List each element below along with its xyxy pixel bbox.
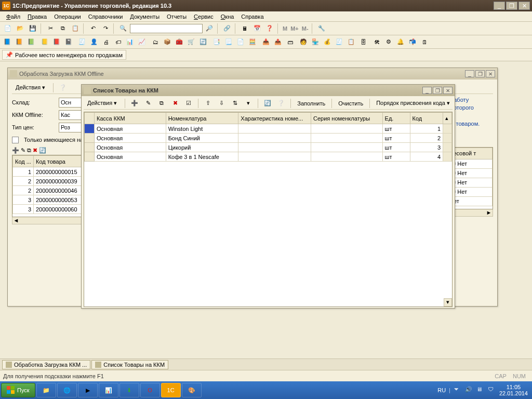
tb-icon[interactable]: 🏷 (113, 37, 123, 47)
menu-references[interactable]: Справочники (85, 12, 126, 21)
goods-grid[interactable]: Касса ККМ Номенклатура Характеристика но… (84, 112, 453, 307)
mem-clear[interactable]: M (282, 25, 288, 32)
tb-icon[interactable]: 📓 (63, 37, 74, 47)
open-icon[interactable]: 📂 (15, 23, 26, 34)
min-button[interactable]: _ (422, 87, 432, 94)
col-prodcode[interactable]: Код товара (34, 156, 84, 167)
tb-icon[interactable]: 🧾 (77, 37, 87, 47)
wrench-icon[interactable]: 🔧 (316, 23, 327, 34)
tb-icon[interactable]: 🏪 (310, 37, 321, 47)
tb-icon[interactable]: 📃 (223, 37, 234, 47)
col-series[interactable]: Серия номенклатуры (311, 113, 383, 124)
tb-icon[interactable]: 📤 (273, 37, 283, 47)
table-row[interactable]: 22000000000046 (13, 186, 84, 195)
minimize-button[interactable]: _ (494, 2, 505, 10)
links-icon[interactable]: 🔗 (221, 23, 233, 34)
tb-icon[interactable]: 📊 (125, 37, 135, 47)
table-row[interactable]: ОсновнаяКофе 3 в 1 Nescafeшт4 (85, 152, 452, 162)
1c-icon[interactable]: 1C (161, 383, 181, 397)
tb-icon[interactable]: ⚙ (383, 37, 394, 47)
tb-icon[interactable]: 🗄 (358, 37, 368, 47)
close-button[interactable]: ✕ (486, 70, 495, 77)
tb-icon[interactable]: 💰 (322, 37, 332, 47)
menu-service[interactable]: Сервис (191, 12, 217, 21)
save-icon[interactable]: 💾 (27, 23, 38, 34)
tb-icon[interactable]: 👤 (89, 37, 99, 47)
tb-icon[interactable]: 📕 (51, 37, 62, 47)
mem-plus[interactable]: M+ (289, 25, 300, 32)
col-code[interactable]: Код (410, 113, 443, 124)
paste-icon[interactable]: 📋 (70, 23, 81, 34)
copy-icon[interactable]: ⧉ (57, 23, 69, 34)
new-icon[interactable]: 📄 (2, 23, 14, 34)
tb-icon[interactable]: 🧰 (174, 37, 184, 47)
tb-icon[interactable]: 🗂 (150, 37, 161, 47)
code-order-dropdown[interactable]: Порядок присвоения кода ▾ (374, 99, 452, 108)
menu-reports[interactable]: Отчеты (164, 12, 190, 21)
col-code[interactable]: Код ... (13, 156, 34, 167)
col-char[interactable]: Характеристика номе... (238, 113, 311, 124)
table-row[interactable]: 12000000000015 (13, 167, 84, 177)
tb-icon[interactable]: 📬 (407, 37, 418, 47)
help-icon[interactable]: ❓ (264, 23, 275, 34)
tb-icon[interactable]: 📥 (261, 37, 271, 47)
sort-icon[interactable]: ⇅ (230, 98, 240, 109)
tb-icon[interactable]: 📦 (162, 37, 172, 47)
tray-network-icon[interactable]: 🖥 (476, 386, 485, 394)
table-row[interactable]: ОсновнаяБонд Синийшт2 (85, 134, 452, 143)
tab-goods-list[interactable]: Список Товары на ККМ (91, 360, 168, 369)
scroll-up-icon[interactable]: ▴ (443, 113, 452, 124)
maximize-button[interactable]: ❐ (506, 2, 517, 10)
tb-icon[interactable]: 📘 (2, 37, 12, 47)
search-go-icon[interactable]: 🔎 (204, 23, 215, 34)
tb-icon[interactable]: 📒 (39, 37, 50, 47)
clear-button[interactable]: Очистить (336, 99, 365, 108)
left-grid[interactable]: Код ...Код товара 1200000000001522000000… (12, 155, 85, 217)
tb-icon[interactable]: 🔄 (198, 37, 208, 47)
mem-minus[interactable]: M- (301, 25, 310, 32)
col-kassa[interactable]: Касса ККМ (95, 113, 166, 124)
copy-icon[interactable]: ⧉ (156, 98, 167, 109)
tb-icon[interactable]: 🛠 (371, 37, 382, 47)
table-row[interactable]: 22000000000039 (13, 177, 84, 186)
menu-documents[interactable]: Документы (127, 12, 163, 21)
add-icon[interactable]: ➕ (12, 147, 19, 154)
tb-icon[interactable]: 🔔 (395, 37, 406, 47)
tray-volume-icon[interactable]: 🔊 (465, 386, 473, 394)
close-button[interactable]: ✕ (443, 87, 453, 94)
fill-button[interactable]: Заполнить (295, 99, 327, 108)
menu-edit[interactable]: Правка (24, 12, 50, 21)
move-down-icon[interactable]: ⇩ (216, 98, 227, 109)
edit-icon[interactable]: ✎ (143, 98, 153, 109)
menu-help[interactable]: Справка (238, 12, 267, 21)
actions-dropdown[interactable]: Действия ▾ (84, 98, 121, 108)
redo-icon[interactable]: ↷ (100, 23, 111, 34)
delete-icon[interactable]: ✖ (170, 98, 180, 109)
close-button[interactable]: ✕ (518, 2, 530, 10)
tb-icon[interactable]: 🖨 (101, 37, 111, 47)
copy-icon[interactable]: ⧉ (27, 147, 31, 154)
max-button[interactable]: ❐ (433, 87, 442, 94)
tb-icon[interactable]: 🗓 (419, 37, 430, 47)
calendar-icon[interactable]: 📅 (251, 23, 263, 34)
tb-icon[interactable]: 📈 (137, 37, 147, 47)
tb-icon[interactable]: 🧑 (298, 37, 309, 47)
media-icon[interactable]: ▶ (78, 383, 98, 397)
tray-chevron-icon[interactable]: ⏷ (454, 386, 462, 394)
taskbar-clock[interactable]: 11:0522.01.2014 (499, 384, 528, 396)
calc-icon[interactable]: 🖩 (239, 23, 250, 34)
window-titlebar[interactable]: Обработка Загрузка ККМ Offline _ ❐ ✕ (8, 68, 497, 79)
scroll-left[interactable]: ◄ (12, 217, 20, 224)
excel-icon[interactable]: 📊 (99, 383, 118, 397)
utorrent-icon[interactable]: ⬇ (119, 383, 139, 397)
tray-shield-icon[interactable]: 🛡 (488, 386, 496, 394)
tb-icon[interactable]: 🗃 (285, 37, 295, 47)
explorer-icon[interactable]: 📁 (36, 383, 56, 397)
actions-dropdown[interactable]: Действия ▾ (12, 83, 49, 92)
ie-icon[interactable]: 🌐 (57, 383, 77, 397)
search-input[interactable] (130, 24, 203, 33)
sales-manager-workplace-link[interactable]: 📌 Рабочее место менеджера по продажам (2, 50, 126, 60)
menu-operations[interactable]: Операции (51, 12, 84, 21)
refresh-icon[interactable]: 🔄 (262, 98, 273, 109)
scroll-down-icon[interactable]: ▾ (444, 298, 452, 307)
